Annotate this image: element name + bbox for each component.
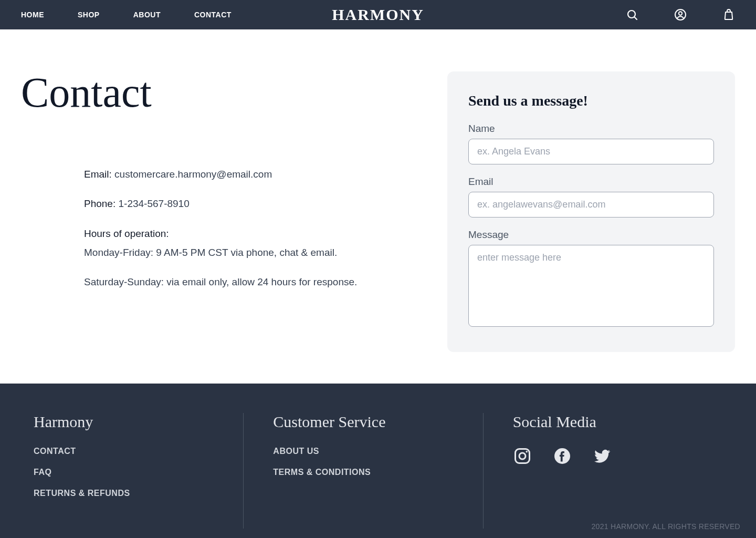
header-actions [626,8,735,21]
nav-home[interactable]: HOME [21,11,44,19]
footer-heading-social: Social Media [513,413,701,431]
search-icon[interactable] [626,8,638,21]
contact-info-section: Contact Email: customercare.harmony@emai… [21,71,416,352]
form-title: Send us a message! [468,92,714,109]
svg-point-6 [526,451,528,453]
email-value: customercare.harmony@email.com [114,169,272,180]
contact-form-card: Send us a message! Name Email Message [447,71,735,352]
brand-logo[interactable]: HARMONY [332,6,424,24]
footer-link-terms[interactable]: TERMS & CONDITIONS [273,468,461,477]
phone-label: Phone: [84,198,116,209]
social-icons-row [513,447,701,465]
facebook-icon[interactable] [553,447,572,465]
svg-point-5 [519,453,526,459]
twitter-icon[interactable] [593,447,612,465]
contact-details: Email: customercare.harmony@email.com Ph… [21,166,416,291]
field-message: Message [468,229,714,329]
top-navigation: HOME SHOP ABOUT CONTACT HARMONY [0,0,756,29]
primary-nav: HOME SHOP ABOUT CONTACT [21,11,232,19]
user-circle-icon[interactable] [674,8,687,21]
main-content: Contact Email: customercare.harmony@emai… [0,29,756,384]
shopping-bag-icon[interactable] [722,8,735,21]
footer-link-contact[interactable]: CONTACT [34,447,222,456]
page-title: Contact [21,71,416,113]
footer-col-harmony: Harmony CONTACT FAQ RETURNS & REFUNDS [34,413,243,529]
copyright-text: 2021 HARMONY. ALL RIGHTS RESERVED [591,522,740,531]
name-label: Name [468,123,714,134]
footer-col-social: Social Media [484,413,722,529]
footer-link-returns[interactable]: RETURNS & REFUNDS [34,489,222,498]
site-footer: Harmony CONTACT FAQ RETURNS & REFUNDS Cu… [0,384,756,538]
phone-value: 1-234-567-8910 [119,198,190,209]
footer-link-faq[interactable]: FAQ [34,468,222,477]
hours-label: Hours of operation: [84,225,416,242]
instagram-icon[interactable] [513,447,532,465]
svg-line-1 [635,17,637,20]
footer-heading-harmony: Harmony [34,413,222,431]
email-input[interactable] [468,192,714,218]
footer-col-customer-service: Customer Service ABOUT US TERMS & CONDIT… [243,413,483,529]
svg-point-3 [679,12,682,15]
contact-email-row: Email: customercare.harmony@email.com [84,166,416,183]
email-label: Email: [84,169,112,180]
message-textarea[interactable] [468,245,714,327]
field-email: Email [468,176,714,218]
message-label: Message [468,229,714,241]
field-name: Name [468,123,714,164]
email-field-label: Email [468,176,714,188]
nav-contact[interactable]: CONTACT [194,11,232,19]
hours-line-1: Monday-Friday: 9 AM-5 PM CST via phone, … [84,244,416,261]
nav-shop[interactable]: SHOP [78,11,100,19]
hours-block: Hours of operation: Monday-Friday: 9 AM-… [84,225,416,291]
footer-heading-customer-service: Customer Service [273,413,461,431]
name-input[interactable] [468,139,714,164]
contact-phone-row: Phone: 1-234-567-8910 [84,195,416,212]
nav-about[interactable]: ABOUT [133,11,161,19]
footer-link-about-us[interactable]: ABOUT US [273,447,461,456]
hours-line-2: Saturday-Sunday: via email only, allow 2… [84,274,416,291]
